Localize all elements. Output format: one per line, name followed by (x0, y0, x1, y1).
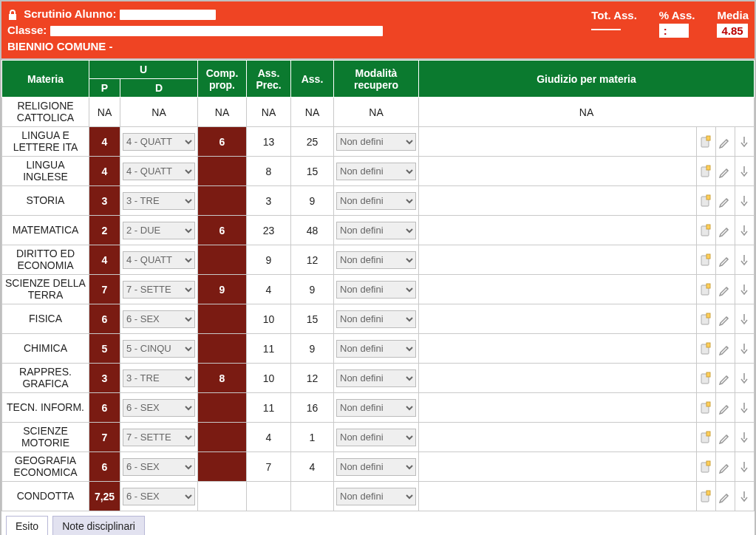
edit-note-icon[interactable] (696, 186, 715, 216)
grade-select[interactable]: 3 - TRE (123, 369, 195, 387)
stat-pctass-label: % Ass. (659, 9, 695, 21)
th-mod: Modalità recupero (334, 61, 419, 98)
edit-note-icon[interactable] (696, 157, 715, 186)
table-row: CHIMICA55 - CINQU119Non defini (2, 334, 755, 364)
grade-select[interactable]: 3 - TRE (123, 192, 195, 210)
cell-giudizio (419, 186, 697, 216)
tab-esito[interactable]: Esito (6, 516, 48, 535)
arrow-down-icon[interactable] (735, 304, 754, 334)
pencil-icon[interactable] (715, 334, 735, 364)
edit-note-icon[interactable] (696, 127, 715, 157)
arrow-down-icon[interactable] (735, 393, 754, 423)
cell-assprec: 9 (247, 245, 291, 275)
mod-select[interactable]: Non defini (336, 222, 416, 239)
grade-select[interactable]: 6 - SEX (123, 310, 195, 328)
classe-label: Classe: (7, 24, 47, 36)
cell-mod: Non defini (334, 364, 419, 393)
arrow-down-icon[interactable] (735, 364, 754, 393)
arrow-down-icon[interactable] (735, 216, 754, 245)
edit-note-icon[interactable] (696, 275, 715, 304)
pencil-icon[interactable] (715, 393, 735, 423)
mod-select[interactable]: Non defini (336, 369, 416, 387)
edit-note-icon[interactable] (696, 393, 715, 423)
cell-p: 3 (89, 186, 120, 216)
arrow-down-icon[interactable] (735, 127, 754, 157)
cell-giudizio (419, 304, 697, 334)
mod-select[interactable]: Non defini (336, 281, 416, 299)
grade-select[interactable]: 6 - SEX (123, 399, 195, 417)
edit-note-icon[interactable] (696, 452, 715, 482)
cell-d: 2 - DUE (120, 216, 198, 245)
grade-select[interactable]: 7 - SETTE (123, 429, 195, 446)
arrow-down-icon[interactable] (735, 186, 754, 216)
grade-select[interactable]: 7 - SETTE (123, 281, 195, 299)
edit-note-icon[interactable] (696, 364, 715, 393)
pencil-icon[interactable] (715, 245, 735, 275)
pencil-icon[interactable] (715, 216, 735, 245)
edit-note-icon[interactable] (696, 304, 715, 334)
cell-mod: Non defini (334, 334, 419, 364)
mod-select[interactable]: Non defini (336, 251, 416, 269)
mod-select[interactable]: Non defini (336, 429, 416, 446)
mod-select[interactable]: Non defini (336, 488, 416, 505)
pencil-icon[interactable] (715, 304, 735, 334)
cell-p: NA (89, 98, 120, 127)
edit-note-icon[interactable] (696, 482, 715, 511)
pencil-icon[interactable] (715, 482, 735, 511)
table-row: SCIENZE MOTORIE77 - SETTE41Non defini (2, 423, 755, 452)
pencil-icon[interactable] (715, 127, 735, 157)
cell-p: 6 (89, 452, 120, 482)
cell-ass: 15 (291, 157, 334, 186)
grade-select[interactable]: 4 - QUATT (123, 251, 195, 269)
cell-d: 7 - SETTE (120, 275, 198, 304)
grade-select[interactable]: 6 - SEX (123, 488, 195, 505)
arrow-down-icon[interactable] (735, 245, 754, 275)
cell-comp: NA (198, 98, 247, 127)
edit-note-icon[interactable] (696, 245, 715, 275)
mod-select[interactable]: Non defini (336, 163, 416, 180)
cell-ass: 9 (291, 186, 334, 216)
cell-assprec: 11 (247, 393, 291, 423)
mod-select[interactable]: Non defini (336, 310, 416, 328)
arrow-down-icon[interactable] (735, 482, 754, 511)
cell-mod: Non defini (334, 127, 419, 157)
cell-ass: 1 (291, 423, 334, 452)
svg-rect-19 (706, 402, 710, 406)
pencil-icon[interactable] (715, 452, 735, 482)
grade-select[interactable]: 4 - QUATT (123, 133, 195, 151)
mod-select[interactable]: Non defini (336, 133, 416, 151)
cell-comp (198, 304, 247, 334)
edit-note-icon[interactable] (696, 334, 715, 364)
grade-select[interactable]: 4 - QUATT (123, 163, 195, 180)
arrow-down-icon[interactable] (735, 423, 754, 452)
cell-d: 4 - QUATT (120, 127, 198, 157)
table-row: MATEMATICA22 - DUE62348Non defini (2, 216, 755, 245)
tab-note[interactable]: Note disciplinari (52, 516, 145, 535)
mod-select[interactable]: Non defini (336, 340, 416, 358)
edit-note-icon[interactable] (696, 423, 715, 452)
arrow-down-icon[interactable] (735, 275, 754, 304)
th-u: U (89, 61, 198, 79)
arrow-down-icon[interactable] (735, 157, 754, 186)
pencil-icon[interactable] (715, 186, 735, 216)
mod-select[interactable]: Non defini (336, 399, 416, 417)
cell-giudizio (419, 452, 697, 482)
grade-select[interactable]: 6 - SEX (123, 458, 195, 476)
grade-select[interactable]: 5 - CINQU (123, 340, 195, 358)
svg-rect-1 (706, 136, 710, 140)
grade-select[interactable]: 2 - DUE (123, 222, 195, 239)
edit-note-icon[interactable] (696, 216, 715, 245)
pencil-icon[interactable] (715, 157, 735, 186)
cell-d: 6 - SEX (120, 304, 198, 334)
mod-select[interactable]: Non defini (336, 192, 416, 210)
cell-p: 5 (89, 334, 120, 364)
pencil-icon[interactable] (715, 364, 735, 393)
pencil-icon[interactable] (715, 275, 735, 304)
cell-ass: 9 (291, 334, 334, 364)
arrow-down-icon[interactable] (735, 334, 754, 364)
cell-comp (198, 482, 247, 511)
pencil-icon[interactable] (715, 423, 735, 452)
mod-select[interactable]: Non defini (336, 458, 416, 476)
arrow-down-icon[interactable] (735, 452, 754, 482)
cell-comp (198, 423, 247, 452)
